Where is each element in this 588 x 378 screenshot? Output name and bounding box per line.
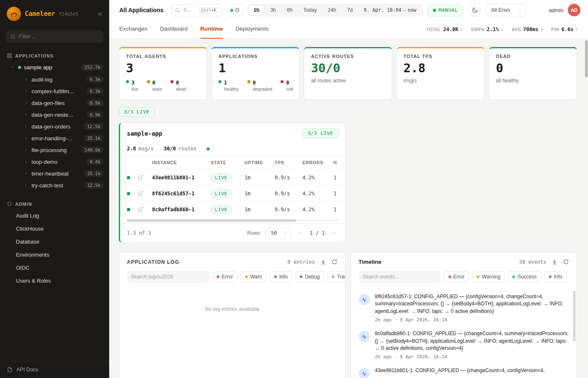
page-scrollbar[interactable] [585,40,588,77]
application-log-card: APPLICATION LOG 0 entries Error Warn Inf… [119,252,346,378]
rows-per-page-select[interactable]: 50 [265,228,291,239]
timeline-filter-warning[interactable]: Warning [472,271,505,282]
trend-up-icon: ↑ [541,27,543,32]
search-shortcut-kbd: Ctrl+K [199,7,218,13]
range-7d[interactable]: 7d [342,5,357,15]
sidebar-item-loop-demo[interactable]: loop-demo 8.4k [0,156,109,168]
tabs-bar: Exchanges Dashboard Runtime Deployments … [109,20,588,39]
sidebar-collapse-icon[interactable] [97,11,103,17]
log-filter-trace[interactable]: Trace [327,271,345,282]
timeline-title: Timeline [359,259,382,265]
chevron-right-icon [24,171,29,176]
table-row[interactable]: 8f6245c61d57-1 LIVE 1m 0.9/s 4.2% 1 [120,185,345,201]
sidebar-item-timer-heartbeat[interactable]: timer-heartbeat 25.1k [0,168,109,179]
sidebar-item-data-gen-orders[interactable]: data-gen-orders 12.5k [0,121,109,132]
sidebar-item-data-gen-nested[interactable]: data-gen-neste… 6.9k [0,109,109,121]
timeline-filter-error[interactable]: Error [444,271,470,282]
count-badge: 252.7k [81,64,103,71]
refresh-icon[interactable] [331,259,338,265]
user-avatar[interactable]: AD [568,4,580,16]
prev-page-button[interactable] [295,228,305,238]
count-badge: 12.5k [84,182,103,189]
download-icon[interactable] [551,259,558,265]
chevron-right-icon [332,231,337,236]
instance-table-header: INSTANCE STATE UPTIME TPS ERRORS H [120,156,345,169]
count-badge: 8.9k [87,100,103,106]
caret-down-icon [517,8,522,13]
list-item[interactable]: 43ee9811b801-1: CONFIG_APPLIED — {change… [359,363,571,378]
connection-status-chip[interactable]: O [226,4,243,16]
tab-deployments[interactable]: Deployments [236,20,269,39]
activity-icon [359,368,370,378]
log-filter-error[interactable]: Error [212,271,238,282]
chevron-left-icon [298,231,303,236]
status-dot [18,66,21,69]
sidebar-item-clickhouse[interactable]: ClickHouse [0,222,109,235]
range-3h[interactable]: 3h [265,5,281,15]
log-filter-info[interactable]: Info [270,271,292,282]
sidebar-item-data-gen-files[interactable]: data-gen-files 8.9k [0,97,109,109]
table-row[interactable]: 43ee9811b801-1 LIVE 1m 0.9/s 4.2% 1 [120,169,345,185]
external-link-icon[interactable] [138,207,152,212]
sidebar-item-file-processing[interactable]: file-processing 140.8k [0,144,109,156]
sidebar-item-environments[interactable]: Environments [0,248,109,261]
metric-avg-latency: AVG 708ms ↑ [512,26,543,32]
admin-section-header: ADMIN [0,197,109,209]
refresh-icon[interactable] [563,259,569,265]
search-icon [175,8,180,13]
sidebar-filter-input[interactable] [19,34,99,39]
agents-stale: 0stale [147,79,162,92]
range-24h[interactable]: 24h [323,5,341,15]
tab-dashboard[interactable]: Dashboard [160,20,188,39]
timeline-search-input[interactable] [359,271,441,283]
log-filter-warn[interactable]: Warn [241,271,267,282]
global-search[interactable]: S… Ctrl+K [171,4,222,16]
activity-icon [359,331,370,342]
app-health-dot [207,147,210,150]
api-docs-link[interactable]: API Docs [0,361,109,378]
log-search-input[interactable] [127,271,209,283]
dark-mode-toggle[interactable] [468,3,481,17]
sidebar-item-audit-log-admin[interactable]: Audit Log [0,209,109,222]
app-card-title[interactable]: sample-app [127,130,162,137]
caret-down-icon [283,231,287,235]
sidebar-item-error-handling[interactable]: error-handling-… 25.1k [0,132,109,144]
environment-select[interactable]: All Envs [486,4,527,16]
sidebar-item-complex-fulfillment[interactable]: complex-fulfillm… 6.3k [0,85,109,97]
log-filter-debug[interactable]: Debug [295,271,324,282]
agents-live: 3live [126,79,139,92]
timeline-scrollbar[interactable] [573,291,575,341]
list-item[interactable]: 8c0affadb860-1: CONFIG_APPLIED — {change… [359,326,571,363]
next-page-button[interactable] [329,228,339,238]
range-today[interactable]: Today [298,5,322,15]
sidebar-item-database[interactable]: Database [0,235,109,248]
range-6h[interactable]: 6h [282,5,297,15]
table-row[interactable]: 8c0affadb860-1 LIVE 1m 0.9/s 4.2% 1 [120,201,345,217]
app-substats: 2.8 msg/s 30/0 routes [120,142,345,156]
range-1h[interactable]: 1h [249,5,265,15]
external-link-icon[interactable] [138,191,152,196]
sidebar-item-audit-log[interactable]: audit-log 6.3k [0,74,109,85]
rows-per-page-label: Rows: [247,230,261,236]
tab-exchanges[interactable]: Exchanges [119,20,147,39]
sidebar-item-try-catch-test[interactable]: try-catch-test 12.5k [0,179,109,191]
timeline-filter-success[interactable]: Success [508,271,541,282]
manual-mode-button[interactable]: MANUAL [427,4,464,17]
live-summary-badge[interactable]: 3/3 LIVE [119,107,155,117]
metric-err-rate: ERR% 2.1% ↑ [471,26,503,32]
instance-id: 8c0affadb860-1 [152,207,211,213]
page-indicator: 1 / 1 [310,230,325,236]
time-range-display[interactable]: 9. Apr. 18:04—now [359,7,422,13]
list-item[interactable]: 8f6245c61d57-1: CONFIG_APPLIED — {config… [359,289,571,326]
timeline-filter-info[interactable]: Info [544,271,567,282]
sidebar-item-sample-app[interactable]: sample app 252.7k [0,61,109,74]
download-icon[interactable] [320,259,326,265]
external-link-icon[interactable] [138,175,152,180]
tab-runtime[interactable]: Runtime [200,20,223,39]
timeline-card: Timeline 38 events Error Warning Success… [351,252,578,378]
sidebar-item-users-roles[interactable]: Users & Roles [0,274,109,287]
sidebar-item-oidc[interactable]: OIDC [0,261,109,274]
apps-grid: sample-app 3/3 LIVE 2.8 msg/s 30/0 route… [119,123,577,243]
table-horizontal-scrollbar[interactable] [127,219,339,222]
instance-status-dot [127,176,130,179]
